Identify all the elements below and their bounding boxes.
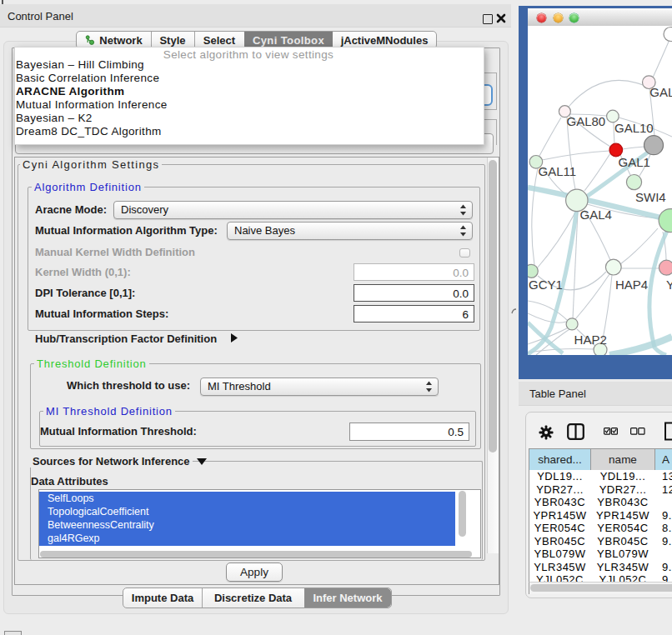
svg-text:GAL7: GAL7 bbox=[649, 85, 672, 99]
svg-text:GAL11: GAL11 bbox=[539, 164, 577, 178]
svg-text:GAL4: GAL4 bbox=[580, 208, 612, 222]
svg-text:GCY1: GCY1 bbox=[529, 278, 563, 292]
svg-text:HAP2: HAP2 bbox=[574, 332, 607, 347]
svg-text:GAL1: GAL1 bbox=[619, 155, 650, 169]
svg-text:GAL10: GAL10 bbox=[614, 121, 654, 135]
svg-text:SWI4: SWI4 bbox=[635, 190, 666, 204]
svg-text:HAP4: HAP4 bbox=[615, 278, 648, 292]
svg-text:GAL80: GAL80 bbox=[567, 114, 606, 128]
svg-text:Y: Y bbox=[666, 278, 672, 292]
